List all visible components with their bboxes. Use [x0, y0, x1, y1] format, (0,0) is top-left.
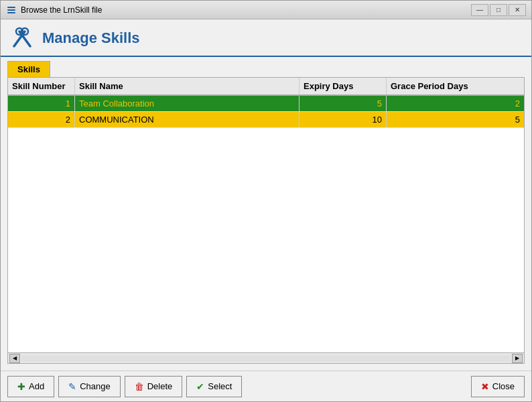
- cell-grace-period-days: 5: [387, 112, 524, 127]
- close-button[interactable]: ✖ Close: [471, 376, 525, 397]
- svg-rect-1: [7, 7, 15, 8]
- scroll-left-button[interactable]: ◀: [9, 354, 20, 363]
- add-icon: ✚: [17, 381, 25, 392]
- close-label: Close: [492, 381, 515, 391]
- tab-bar: Skills: [1, 57, 531, 77]
- skills-table: Skill Number Skill Name Expiry Days Grac…: [7, 77, 525, 364]
- tab-skills[interactable]: Skills: [7, 61, 50, 77]
- col-header-grace-period-days: Grace Period Days: [387, 78, 524, 94]
- add-label: Add: [29, 381, 44, 391]
- cell-expiry-days: 10: [300, 112, 387, 127]
- maximize-button[interactable]: □: [490, 4, 507, 16]
- horizontal-scrollbar: ◀ ▶: [8, 352, 524, 363]
- title-bar-icon: [6, 5, 17, 15]
- cell-grace-period-days: 2: [387, 96, 524, 111]
- col-header-skill-number: Skill Number: [8, 78, 75, 94]
- table-body: 1 Team Collaboration 5 2 2 COMMUNICATION…: [8, 96, 524, 352]
- header-area: Manage Skills: [1, 19, 531, 57]
- svg-rect-2: [7, 12, 15, 13]
- content-area: Skill Number Skill Name Expiry Days Grac…: [1, 77, 531, 371]
- check-icon: ✔: [196, 381, 204, 392]
- cell-skill-number: 2: [8, 112, 75, 127]
- select-button[interactable]: ✔ Select: [186, 376, 242, 397]
- tools-icon: [10, 26, 34, 50]
- footer-bar: ✚ Add ✎ Change 🗑 Delete ✔ Select ✖ Close: [1, 371, 531, 401]
- col-header-skill-name: Skill Name: [75, 78, 300, 94]
- delete-label: Delete: [147, 381, 173, 391]
- minimize-button[interactable]: —: [471, 4, 488, 16]
- add-button[interactable]: ✚ Add: [7, 376, 54, 397]
- pencil-icon: ✎: [68, 381, 76, 392]
- title-bar-text: Browse the LrnSkill file: [21, 5, 471, 15]
- table-row[interactable]: 2 COMMUNICATION 10 5: [8, 112, 524, 128]
- change-button[interactable]: ✎ Change: [58, 376, 121, 397]
- cell-skill-name: Team Collaboration: [75, 96, 300, 111]
- main-window: Browse the LrnSkill file — □ ✕ Manage Sk…: [0, 0, 532, 402]
- cell-skill-name: COMMUNICATION: [75, 112, 300, 127]
- cell-skill-number: 1: [8, 96, 75, 111]
- table-row[interactable]: 1 Team Collaboration 5 2: [8, 96, 524, 112]
- table-header: Skill Number Skill Name Expiry Days Grac…: [8, 78, 524, 96]
- select-label: Select: [208, 381, 232, 391]
- cell-expiry-days: 5: [300, 96, 387, 111]
- close-icon: ✖: [481, 381, 489, 392]
- delete-button[interactable]: 🗑 Delete: [125, 376, 183, 397]
- window-close-button[interactable]: ✕: [509, 4, 526, 16]
- col-header-expiry-days: Expiry Days: [300, 78, 387, 94]
- delete-icon: 🗑: [135, 381, 144, 392]
- scroll-right-button[interactable]: ▶: [512, 354, 523, 363]
- title-bar: Browse the LrnSkill file — □ ✕: [1, 1, 531, 19]
- title-bar-controls: — □ ✕: [471, 4, 526, 16]
- change-label: Change: [80, 381, 111, 391]
- scroll-track[interactable]: [21, 355, 511, 362]
- svg-rect-0: [7, 9, 15, 11]
- page-title: Manage Skills: [42, 29, 140, 47]
